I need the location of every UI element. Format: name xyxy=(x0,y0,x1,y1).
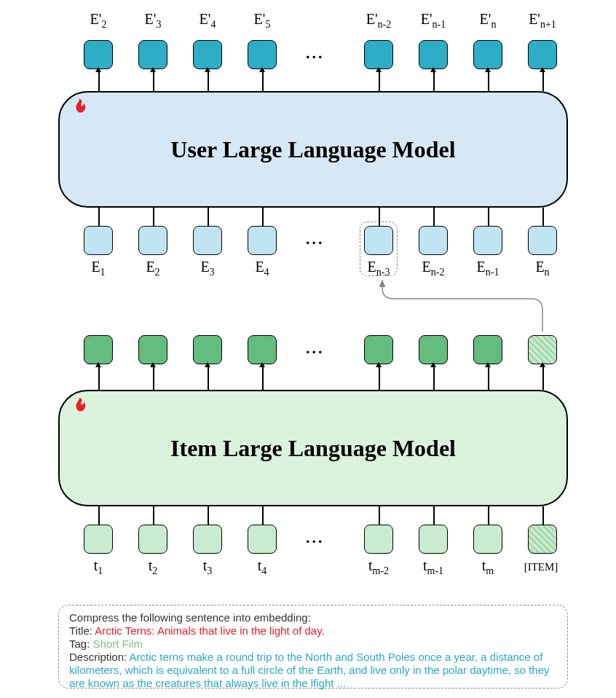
user-input-embedding-label: E3 xyxy=(182,259,233,278)
ellipsis: ··· xyxy=(306,342,325,361)
item-output-embedding-box xyxy=(473,335,502,364)
user-input-embedding-label: E1 xyxy=(73,259,124,278)
item-input-token-label: t2 xyxy=(127,557,178,577)
item-input-token-label: tm xyxy=(462,557,513,577)
item-llm-title: Item Large Language Model xyxy=(170,435,456,462)
fire-icon xyxy=(71,397,87,423)
user-input-embedding-label: En-1 xyxy=(462,259,513,278)
user-input-embedding-label: En xyxy=(517,259,568,278)
arrow-up-icon xyxy=(153,366,154,390)
prompt-desc-val: Arctic terns make a round trip to the No… xyxy=(69,651,550,689)
arrow-up-icon xyxy=(262,366,264,390)
output-embedding-box xyxy=(528,40,557,69)
arrow-up-icon xyxy=(542,71,544,91)
item-output-embedding-box xyxy=(419,335,448,364)
arrow-up-icon xyxy=(262,71,264,91)
connector-line xyxy=(433,208,435,226)
user-input-embedding-box xyxy=(193,226,222,255)
arrow-up-icon xyxy=(488,71,489,91)
ellipsis: ··· xyxy=(306,47,325,66)
connector-line xyxy=(98,208,100,226)
connector-line xyxy=(153,208,154,226)
connector-line xyxy=(542,208,544,226)
connector-line xyxy=(153,506,154,525)
user-input-embedding-box xyxy=(138,226,167,255)
item-input-token-box xyxy=(138,525,167,554)
item-input-token-box xyxy=(528,525,557,554)
arrow-up-icon xyxy=(98,71,100,91)
output-embedding-box xyxy=(248,40,277,69)
user-input-embedding-box xyxy=(528,226,557,255)
fire-icon xyxy=(71,98,87,124)
item-input-token-box xyxy=(193,525,222,554)
item-output-embedding-box xyxy=(138,335,167,364)
item-llm-block: Item Large Language Model xyxy=(58,390,568,506)
connector-line xyxy=(98,506,100,525)
output-embedding-box xyxy=(193,40,222,69)
user-input-embedding-label: E2 xyxy=(127,259,178,278)
ellipsis: ··· xyxy=(306,233,325,252)
arrow-up-icon xyxy=(379,366,380,390)
item-input-token-label: tm-1 xyxy=(408,557,459,577)
item-input-token-box xyxy=(419,525,448,554)
output-embedding-label: E'3 xyxy=(127,11,178,31)
user-input-embedding-label: E4 xyxy=(237,259,288,278)
user-input-embedding-box xyxy=(84,226,113,255)
item-input-token-label: t4 xyxy=(237,557,288,577)
arrow-up-icon xyxy=(208,71,209,91)
ellipsis: ··· xyxy=(306,532,325,551)
prompt-tag-key: Tag: xyxy=(69,638,90,650)
output-embedding-label: E'4 xyxy=(182,11,233,31)
output-embedding-label: E'2 xyxy=(73,11,124,31)
prompt-lead: Compress the following sentence into emb… xyxy=(69,611,557,624)
output-embedding-label: E'n-2 xyxy=(353,11,404,31)
connector-line xyxy=(262,208,264,226)
connector-line xyxy=(379,506,380,525)
item-input-token-box xyxy=(84,525,113,554)
arrow-up-icon xyxy=(153,71,154,91)
connector-line xyxy=(542,506,544,525)
output-embedding-box xyxy=(473,40,502,69)
arrow-up-icon xyxy=(433,71,435,91)
prompt-tag-val: Short Film xyxy=(93,638,143,650)
output-embedding-label: E'n-1 xyxy=(408,11,459,31)
user-input-embedding-box xyxy=(364,226,393,255)
item-output-embedding-box xyxy=(364,335,393,364)
arrow-up-icon xyxy=(208,366,209,390)
user-input-embedding-label: En-2 xyxy=(408,259,459,278)
prompt-title-val: Arctic Terns: Animals that live in the l… xyxy=(95,624,324,637)
item-output-embedding-box xyxy=(528,335,557,364)
user-input-embedding-label: En-3 xyxy=(353,259,404,278)
connector-line xyxy=(208,208,209,226)
user-input-embedding-box xyxy=(473,226,502,255)
item-input-token-label: [ITEM] xyxy=(516,557,566,574)
output-embedding-label: E'n+1 xyxy=(517,11,568,31)
arrow-up-icon xyxy=(488,366,489,390)
item-output-embedding-box xyxy=(248,335,277,364)
item-output-embedding-box xyxy=(84,335,113,364)
user-llm-title: User Large Language Model xyxy=(170,136,455,163)
prompt-desc-key: Description: xyxy=(69,651,127,663)
user-input-embedding-box xyxy=(419,226,448,255)
user-llm-block: User Large Language Model xyxy=(58,91,568,208)
connector-line xyxy=(433,506,435,525)
item-input-token-label: tm-2 xyxy=(353,557,404,577)
prompt-title-key: Title: xyxy=(69,624,92,637)
connector-line xyxy=(379,208,380,226)
output-embedding-box xyxy=(364,40,393,69)
output-embedding-label: E'5 xyxy=(237,11,288,31)
item-input-token-label: t1 xyxy=(73,557,124,577)
item-input-token-label: t3 xyxy=(182,557,233,577)
output-embedding-box xyxy=(84,40,113,69)
item-input-token-box xyxy=(364,525,393,554)
item-input-token-box xyxy=(248,525,277,554)
connector-line xyxy=(488,506,489,525)
prompt-box: Compress the following sentence into emb… xyxy=(58,605,568,689)
arrow-up-icon xyxy=(542,366,544,390)
item-output-embedding-box xyxy=(193,335,222,364)
output-embedding-label: E'n xyxy=(462,11,513,31)
connector-line xyxy=(488,208,489,226)
output-embedding-box xyxy=(138,40,167,69)
connector-line xyxy=(262,506,264,525)
connector-line xyxy=(208,506,209,525)
